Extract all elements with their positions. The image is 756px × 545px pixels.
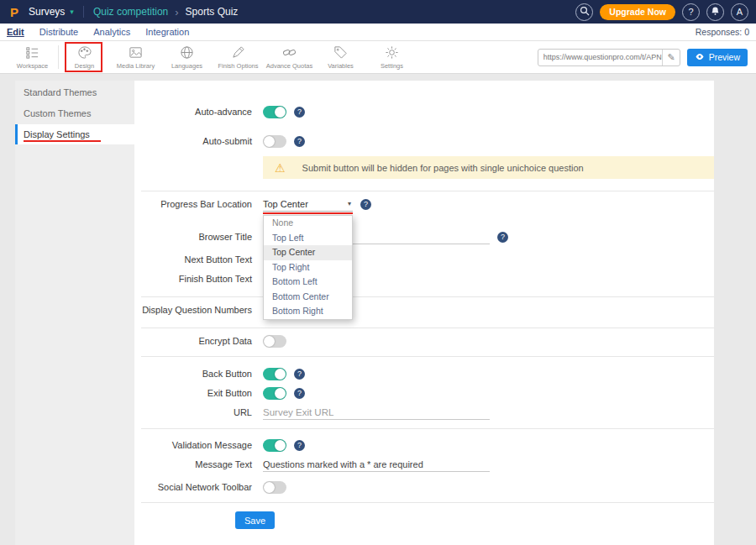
select-value: Top Center (263, 199, 308, 209)
encrypt-data-toggle[interactable] (263, 335, 286, 348)
preview-label: Preview (709, 52, 740, 62)
divider (141, 428, 714, 429)
help-icon[interactable]: ? (294, 388, 305, 399)
warning-banner: ⚠ Submit button will be hidden for pages… (263, 156, 714, 179)
setting-label: Encrypt Data (134, 336, 252, 346)
survey-exit-url-input[interactable] (263, 405, 490, 420)
row-next-button-text: Next Button Text (134, 251, 714, 268)
survey-menubar: Edit Distribute Analytics Integration Re… (0, 24, 756, 41)
setting-label: Display Question Numbers (134, 305, 252, 315)
help-icon[interactable]: ? (294, 107, 305, 118)
sidebar-item-display-settings[interactable]: Display Settings (15, 124, 134, 144)
sidebar-item-standard-themes[interactable]: Standard Themes (15, 82, 134, 102)
tool-label: Languages (171, 62, 202, 70)
setting-label: URL (134, 407, 252, 417)
breadcrumb-separator-icon: › (175, 6, 178, 18)
row-display-question-numbers: Display Question Numbers (134, 301, 714, 318)
variables-tag-icon (333, 45, 348, 60)
help-icon[interactable]: ? (360, 199, 371, 210)
dropdown-option-top-right[interactable]: Top Right (264, 260, 352, 275)
dropdown-option-bottom-left[interactable]: Bottom Left (264, 275, 352, 290)
help-icon[interactable]: ? (497, 232, 508, 243)
divider (141, 328, 714, 328)
warning-text: Submit button will be hidden for pages w… (302, 163, 584, 173)
message-text-input[interactable] (263, 457, 490, 472)
design-toolbar: Workspace Design Media Library Languages (0, 41, 756, 74)
upgrade-button[interactable]: Upgrade Now (600, 4, 675, 20)
social-network-toolbar-toggle[interactable] (263, 481, 286, 494)
tool-finish-options[interactable]: Finish Options (213, 42, 264, 72)
notifications-button[interactable] (706, 3, 724, 21)
avatar[interactable]: A (731, 3, 748, 21)
setting-label: Validation Message (134, 440, 252, 450)
row-auto-advance: Auto-advance ? (134, 103, 714, 120)
search-button[interactable] (575, 3, 593, 21)
setting-label: Exit Button (134, 388, 252, 398)
survey-url[interactable]: https://www.questionpro.com/t/APNrFZ (538, 53, 663, 61)
tool-advance-quotas[interactable]: Advance Quotas (264, 42, 315, 72)
search-icon (580, 6, 590, 18)
languages-globe-icon (180, 45, 194, 60)
preview-button[interactable]: Preview (687, 49, 748, 66)
row-exit-url: URL (134, 404, 714, 421)
divider (141, 296, 714, 297)
save-button[interactable]: Save (235, 511, 275, 529)
dropdown-option-bottom-right[interactable]: Bottom Right (264, 304, 352, 319)
back-button-toggle[interactable] (263, 368, 286, 380)
tool-settings[interactable]: Settings (366, 42, 417, 72)
row-back-button: Back Button ? (134, 365, 714, 382)
help-icon[interactable]: ? (294, 136, 305, 147)
survey-url-box: https://www.questionpro.com/t/APNrFZ ✎ (538, 49, 680, 66)
sidebar-item-custom-themes[interactable]: Custom Themes (15, 103, 134, 123)
dropdown-option-none[interactable]: None (264, 216, 352, 231)
tool-design[interactable]: Design (59, 42, 110, 72)
tool-languages[interactable]: Languages (161, 42, 213, 72)
tool-label: Design (75, 62, 94, 70)
help-icon[interactable]: ? (294, 369, 305, 380)
finish-options-pen-icon (231, 45, 245, 60)
workspace-icon (25, 45, 39, 60)
setting-label: Finish Button Text (134, 274, 252, 284)
surveys-label: Surveys (29, 6, 65, 18)
breadcrumb-parent[interactable]: Quiz competition (93, 6, 168, 18)
exit-button-toggle[interactable] (263, 387, 286, 400)
chevron-down-icon: ▾ (348, 200, 353, 207)
tool-variables[interactable]: Variables (315, 42, 366, 72)
row-progress-bar-location: Progress Bar Location Top Center ▾ ? (134, 196, 714, 212)
tool-media-library[interactable]: Media Library (110, 42, 161, 72)
annotation-progress-select-underline (263, 212, 353, 214)
auto-advance-toggle[interactable] (263, 106, 286, 118)
progress-bar-location-select[interactable]: Top Center ▾ (263, 197, 353, 212)
tab-integration[interactable]: Integration (145, 27, 189, 37)
divider (141, 356, 714, 357)
setting-label: Message Text (134, 459, 252, 469)
auto-submit-toggle[interactable] (263, 135, 286, 148)
setting-label: Social Network Toolbar (134, 482, 252, 492)
row-browser-title: Browser Title ? (134, 228, 714, 245)
help-button[interactable]: ? (682, 3, 700, 21)
setting-label: Next Button Text (134, 254, 252, 265)
tab-edit[interactable]: Edit (7, 27, 24, 37)
tool-label: Media Library (117, 62, 155, 70)
warning-icon: ⚠ (275, 161, 286, 175)
tool-label: Workspace (17, 62, 48, 70)
questionpro-logo[interactable]: P (7, 4, 22, 19)
row-exit-button: Exit Button ? (134, 385, 714, 401)
row-validation-message: Validation Message ? (134, 437, 714, 453)
help-icon[interactable]: ? (294, 440, 305, 451)
dropdown-option-bottom-center[interactable]: Bottom Center (264, 290, 352, 305)
surveys-menu[interactable]: Surveys ▾ (29, 6, 74, 18)
row-auto-submit: Auto-submit ? (134, 133, 714, 149)
design-palette-icon (77, 45, 92, 60)
edit-url-pencil-icon[interactable]: ✎ (662, 50, 679, 66)
dropdown-option-top-left[interactable]: Top Left (264, 231, 352, 246)
media-library-icon (129, 45, 143, 60)
dropdown-option-top-center[interactable]: Top Center (264, 245, 352, 260)
validation-message-toggle[interactable] (263, 439, 286, 452)
row-finish-button-text: Finish Button Text (134, 270, 714, 287)
advance-quotas-links-icon (282, 45, 297, 60)
tool-workspace[interactable]: Workspace (7, 42, 58, 72)
tab-analytics[interactable]: Analytics (93, 27, 130, 37)
divider (141, 502, 714, 503)
tab-distribute[interactable]: Distribute (39, 27, 78, 37)
